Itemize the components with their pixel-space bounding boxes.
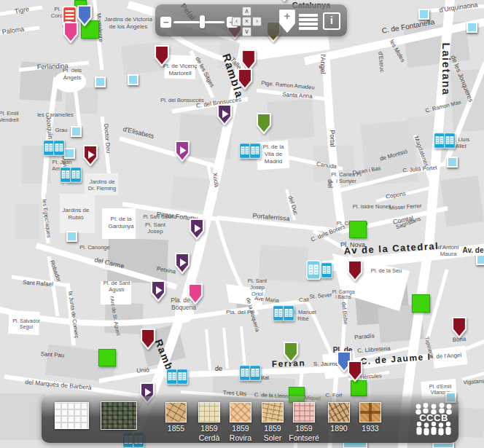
pin-marker[interactable] (62, 21, 79, 44)
map-thumbnail-y1859s[interactable] (262, 402, 284, 423)
pin-marker[interactable] (255, 112, 273, 135)
book-marker[interactable] (70, 167, 82, 183)
book-marker[interactable] (283, 305, 294, 321)
pin-icon (255, 112, 273, 135)
pin-icon (139, 328, 157, 351)
cyan-square-marker[interactable] (447, 157, 458, 168)
cccb-logo[interactable]: CCCB (413, 401, 455, 436)
video-pin-marker[interactable] (173, 140, 191, 163)
pin-marker[interactable] (450, 316, 468, 339)
green-square-marker[interactable] (412, 294, 430, 313)
pin-icon (282, 341, 300, 364)
timeline-item-1859-fontseré[interactable]: 1859Fontseré (293, 402, 315, 423)
pin-icon (187, 283, 204, 306)
selected-book-marker[interactable] (305, 260, 321, 280)
pin-marker[interactable] (187, 283, 204, 306)
open-book-icon (305, 260, 321, 280)
timeline-item-satellite[interactable] (101, 401, 137, 430)
book-marker[interactable] (444, 133, 456, 149)
open-book-icon (249, 365, 261, 381)
map-thumbnail-y1933[interactable] (359, 402, 381, 423)
pin-icon (149, 280, 167, 303)
video-pin-marker[interactable] (216, 103, 233, 127)
open-book-icon (249, 143, 261, 159)
video-pin-marker[interactable] (82, 144, 99, 168)
pin-marker[interactable] (346, 259, 364, 283)
video-pin-marker[interactable] (149, 280, 167, 303)
pin-icon (216, 103, 233, 127)
pin-marker[interactable] (346, 360, 364, 383)
pan-center-button[interactable]: × (242, 17, 251, 26)
pan-left-button[interactable]: ‹ (232, 17, 241, 26)
video-pin-marker[interactable] (173, 252, 191, 275)
add-marker-button[interactable]: + (278, 9, 297, 34)
pin-icon (346, 360, 364, 383)
timeline-item-1890[interactable]: 1890 (328, 402, 350, 423)
cyan-square-marker[interactable] (128, 74, 138, 85)
cyan-square-marker[interactable] (66, 231, 77, 242)
open-book-icon (70, 167, 82, 183)
pin-icon (346, 259, 364, 283)
pan-right-button[interactable]: › (252, 17, 262, 26)
pin-icon (450, 316, 468, 339)
pan-up-button[interactable]: ∧ (242, 7, 251, 16)
timeline-item-sublabel: Fontseré (277, 433, 331, 443)
map-thumbnail-y1859f[interactable] (293, 402, 315, 423)
open-book-icon (321, 262, 332, 278)
book-marker[interactable] (176, 369, 188, 385)
pin-marker[interactable] (236, 68, 254, 91)
info-button[interactable]: i (323, 12, 340, 30)
pin-icon (173, 140, 191, 163)
pin-icon (62, 21, 79, 44)
pin-icon (188, 218, 206, 241)
plus-icon: + (278, 9, 297, 22)
map-thumbnail-y1859c[interactable] (198, 402, 220, 423)
pin-icon (82, 144, 99, 168)
cyan-square-marker[interactable] (71, 126, 82, 137)
map-thumbnail-y1855[interactable] (165, 402, 187, 423)
zoom-slider-handle[interactable] (200, 15, 205, 28)
timeline-item-1859-cerdà[interactable]: 1859Cerdà (198, 402, 220, 423)
map-app: PelaiCatalunyaC. de Fontanellad'Urquinao… (0, 0, 484, 448)
cyan-square-marker[interactable] (467, 22, 477, 33)
timeline-item-1855[interactable]: 1855 (165, 402, 187, 423)
timeline-item-label: 1933 (343, 424, 397, 433)
open-book-icon (444, 133, 456, 149)
cyan-square-marker[interactable] (95, 76, 106, 87)
cccb-crowd-icon: CCCB (413, 401, 455, 436)
zoom-out-button[interactable]: − (160, 17, 171, 28)
pin-marker[interactable] (139, 328, 157, 351)
pin-marker[interactable] (153, 44, 171, 68)
timeline-item-1859-soler[interactable]: 1859Soler (262, 402, 284, 423)
zoom-slider-track[interactable] (173, 21, 225, 23)
book-marker[interactable] (321, 262, 332, 278)
book-marker[interactable] (53, 140, 65, 156)
lines-icon (299, 14, 318, 17)
cyan-square-marker[interactable] (418, 9, 429, 20)
map-thumbnail-satellite[interactable] (101, 401, 137, 430)
cyan-square-marker[interactable] (64, 148, 75, 159)
pin-icon (276, 0, 293, 3)
book-marker[interactable] (249, 365, 261, 381)
green-square-marker[interactable] (98, 349, 116, 366)
map-thumbnail-street[interactable] (55, 402, 89, 429)
map-thumbnail-y1859r[interactable] (230, 402, 251, 423)
open-book-icon (283, 305, 294, 321)
pin-icon (236, 68, 254, 91)
map-thumbnail-y1890[interactable] (328, 402, 350, 423)
pin-icon (173, 252, 191, 275)
timeline-item-1859-rovira[interactable]: 1859Rovira (230, 402, 251, 423)
cyan-square-marker[interactable] (476, 254, 484, 265)
timeline-item-street[interactable] (55, 402, 89, 429)
pin-marker[interactable] (282, 341, 300, 364)
pan-down-button[interactable]: ∨ (242, 27, 251, 36)
green-square-marker[interactable] (349, 221, 367, 238)
open-book-icon (176, 369, 188, 385)
layers-list-button[interactable] (298, 14, 319, 31)
video-pin-marker[interactable] (188, 218, 206, 241)
map-toolbar: − + ∧ ‹ × › ∨ + i (155, 4, 347, 36)
open-book-icon (53, 140, 65, 156)
pin-marker[interactable] (276, 0, 293, 3)
timeline-item-1933[interactable]: 1933 (359, 402, 381, 423)
book-marker[interactable] (249, 143, 261, 159)
